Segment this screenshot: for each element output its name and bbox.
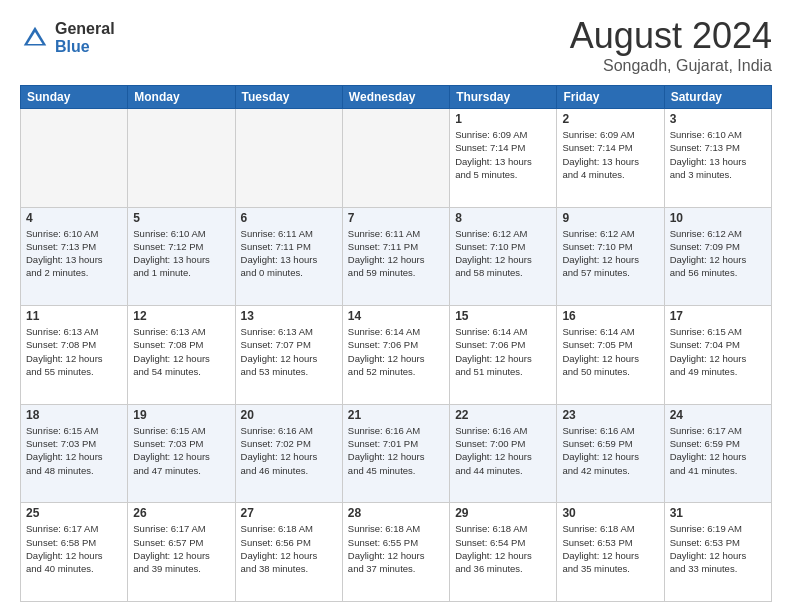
week-row-3: 11Sunrise: 6:13 AMSunset: 7:08 PMDayligh… <box>21 306 772 405</box>
calendar-cell: 4Sunrise: 6:10 AMSunset: 7:13 PMDaylight… <box>21 207 128 306</box>
day-info: Sunrise: 6:10 AMSunset: 7:13 PMDaylight:… <box>670 128 766 181</box>
calendar-cell: 30Sunrise: 6:18 AMSunset: 6:53 PMDayligh… <box>557 503 664 602</box>
calendar-cell: 7Sunrise: 6:11 AMSunset: 7:11 PMDaylight… <box>342 207 449 306</box>
day-number: 15 <box>455 309 551 323</box>
day-number: 1 <box>455 112 551 126</box>
calendar-cell: 9Sunrise: 6:12 AMSunset: 7:10 PMDaylight… <box>557 207 664 306</box>
calendar-cell: 25Sunrise: 6:17 AMSunset: 6:58 PMDayligh… <box>21 503 128 602</box>
calendar-cell: 28Sunrise: 6:18 AMSunset: 6:55 PMDayligh… <box>342 503 449 602</box>
logo-general: General <box>55 20 115 38</box>
day-info: Sunrise: 6:14 AMSunset: 7:06 PMDaylight:… <box>348 325 444 378</box>
week-row-5: 25Sunrise: 6:17 AMSunset: 6:58 PMDayligh… <box>21 503 772 602</box>
day-header-tuesday: Tuesday <box>235 86 342 109</box>
logo-text: General Blue <box>55 20 115 55</box>
logo-blue: Blue <box>55 38 115 56</box>
day-header-friday: Friday <box>557 86 664 109</box>
day-info: Sunrise: 6:09 AMSunset: 7:14 PMDaylight:… <box>562 128 658 181</box>
calendar-cell: 11Sunrise: 6:13 AMSunset: 7:08 PMDayligh… <box>21 306 128 405</box>
day-number: 7 <box>348 211 444 225</box>
calendar-cell: 24Sunrise: 6:17 AMSunset: 6:59 PMDayligh… <box>664 404 771 503</box>
calendar-cell: 17Sunrise: 6:15 AMSunset: 7:04 PMDayligh… <box>664 306 771 405</box>
day-info: Sunrise: 6:16 AMSunset: 6:59 PMDaylight:… <box>562 424 658 477</box>
day-number: 19 <box>133 408 229 422</box>
day-number: 16 <box>562 309 658 323</box>
week-row-2: 4Sunrise: 6:10 AMSunset: 7:13 PMDaylight… <box>21 207 772 306</box>
calendar-cell: 3Sunrise: 6:10 AMSunset: 7:13 PMDaylight… <box>664 109 771 208</box>
day-header-sunday: Sunday <box>21 86 128 109</box>
day-number: 27 <box>241 506 337 520</box>
day-info: Sunrise: 6:11 AMSunset: 7:11 PMDaylight:… <box>348 227 444 280</box>
day-info: Sunrise: 6:18 AMSunset: 6:53 PMDaylight:… <box>562 522 658 575</box>
day-number: 20 <box>241 408 337 422</box>
day-number: 21 <box>348 408 444 422</box>
day-number: 24 <box>670 408 766 422</box>
day-info: Sunrise: 6:11 AMSunset: 7:11 PMDaylight:… <box>241 227 337 280</box>
location: Songadh, Gujarat, India <box>570 57 772 75</box>
calendar-cell: 20Sunrise: 6:16 AMSunset: 7:02 PMDayligh… <box>235 404 342 503</box>
header: General Blue August 2024 Songadh, Gujara… <box>20 15 772 75</box>
calendar-cell: 29Sunrise: 6:18 AMSunset: 6:54 PMDayligh… <box>450 503 557 602</box>
day-number: 2 <box>562 112 658 126</box>
day-number: 17 <box>670 309 766 323</box>
day-number: 26 <box>133 506 229 520</box>
day-number: 25 <box>26 506 122 520</box>
logo-icon <box>20 23 50 53</box>
day-number: 13 <box>241 309 337 323</box>
day-number: 4 <box>26 211 122 225</box>
calendar-cell: 14Sunrise: 6:14 AMSunset: 7:06 PMDayligh… <box>342 306 449 405</box>
calendar-cell: 6Sunrise: 6:11 AMSunset: 7:11 PMDaylight… <box>235 207 342 306</box>
day-info: Sunrise: 6:18 AMSunset: 6:55 PMDaylight:… <box>348 522 444 575</box>
day-number: 30 <box>562 506 658 520</box>
day-info: Sunrise: 6:13 AMSunset: 7:08 PMDaylight:… <box>133 325 229 378</box>
day-number: 10 <box>670 211 766 225</box>
day-info: Sunrise: 6:10 AMSunset: 7:12 PMDaylight:… <box>133 227 229 280</box>
calendar-cell: 8Sunrise: 6:12 AMSunset: 7:10 PMDaylight… <box>450 207 557 306</box>
day-number: 12 <box>133 309 229 323</box>
day-info: Sunrise: 6:15 AMSunset: 7:04 PMDaylight:… <box>670 325 766 378</box>
calendar-cell: 2Sunrise: 6:09 AMSunset: 7:14 PMDaylight… <box>557 109 664 208</box>
calendar-cell: 18Sunrise: 6:15 AMSunset: 7:03 PMDayligh… <box>21 404 128 503</box>
days-header-row: SundayMondayTuesdayWednesdayThursdayFrid… <box>21 86 772 109</box>
day-number: 23 <box>562 408 658 422</box>
day-info: Sunrise: 6:14 AMSunset: 7:06 PMDaylight:… <box>455 325 551 378</box>
day-header-wednesday: Wednesday <box>342 86 449 109</box>
title-section: August 2024 Songadh, Gujarat, India <box>570 15 772 75</box>
page: General Blue August 2024 Songadh, Gujara… <box>0 0 792 612</box>
day-number: 18 <box>26 408 122 422</box>
calendar-cell: 31Sunrise: 6:19 AMSunset: 6:53 PMDayligh… <box>664 503 771 602</box>
day-number: 9 <box>562 211 658 225</box>
calendar-cell: 10Sunrise: 6:12 AMSunset: 7:09 PMDayligh… <box>664 207 771 306</box>
calendar-table: SundayMondayTuesdayWednesdayThursdayFrid… <box>20 85 772 602</box>
day-number: 28 <box>348 506 444 520</box>
calendar-cell: 27Sunrise: 6:18 AMSunset: 6:56 PMDayligh… <box>235 503 342 602</box>
week-row-1: 1Sunrise: 6:09 AMSunset: 7:14 PMDaylight… <box>21 109 772 208</box>
day-number: 14 <box>348 309 444 323</box>
day-info: Sunrise: 6:10 AMSunset: 7:13 PMDaylight:… <box>26 227 122 280</box>
day-number: 22 <box>455 408 551 422</box>
day-number: 11 <box>26 309 122 323</box>
day-number: 8 <box>455 211 551 225</box>
logo: General Blue <box>20 20 115 55</box>
calendar-cell: 22Sunrise: 6:16 AMSunset: 7:00 PMDayligh… <box>450 404 557 503</box>
day-info: Sunrise: 6:09 AMSunset: 7:14 PMDaylight:… <box>455 128 551 181</box>
day-info: Sunrise: 6:16 AMSunset: 7:00 PMDaylight:… <box>455 424 551 477</box>
calendar-cell <box>342 109 449 208</box>
day-info: Sunrise: 6:12 AMSunset: 7:10 PMDaylight:… <box>562 227 658 280</box>
day-header-saturday: Saturday <box>664 86 771 109</box>
day-info: Sunrise: 6:17 AMSunset: 6:59 PMDaylight:… <box>670 424 766 477</box>
calendar-cell: 19Sunrise: 6:15 AMSunset: 7:03 PMDayligh… <box>128 404 235 503</box>
calendar-cell: 26Sunrise: 6:17 AMSunset: 6:57 PMDayligh… <box>128 503 235 602</box>
calendar-cell: 1Sunrise: 6:09 AMSunset: 7:14 PMDaylight… <box>450 109 557 208</box>
day-number: 5 <box>133 211 229 225</box>
month-year: August 2024 <box>570 15 772 57</box>
day-info: Sunrise: 6:16 AMSunset: 7:02 PMDaylight:… <box>241 424 337 477</box>
week-row-4: 18Sunrise: 6:15 AMSunset: 7:03 PMDayligh… <box>21 404 772 503</box>
day-info: Sunrise: 6:18 AMSunset: 6:56 PMDaylight:… <box>241 522 337 575</box>
day-info: Sunrise: 6:17 AMSunset: 6:57 PMDaylight:… <box>133 522 229 575</box>
calendar-cell: 16Sunrise: 6:14 AMSunset: 7:05 PMDayligh… <box>557 306 664 405</box>
day-number: 6 <box>241 211 337 225</box>
calendar-cell: 15Sunrise: 6:14 AMSunset: 7:06 PMDayligh… <box>450 306 557 405</box>
day-info: Sunrise: 6:12 AMSunset: 7:10 PMDaylight:… <box>455 227 551 280</box>
calendar-cell: 23Sunrise: 6:16 AMSunset: 6:59 PMDayligh… <box>557 404 664 503</box>
calendar-cell: 12Sunrise: 6:13 AMSunset: 7:08 PMDayligh… <box>128 306 235 405</box>
